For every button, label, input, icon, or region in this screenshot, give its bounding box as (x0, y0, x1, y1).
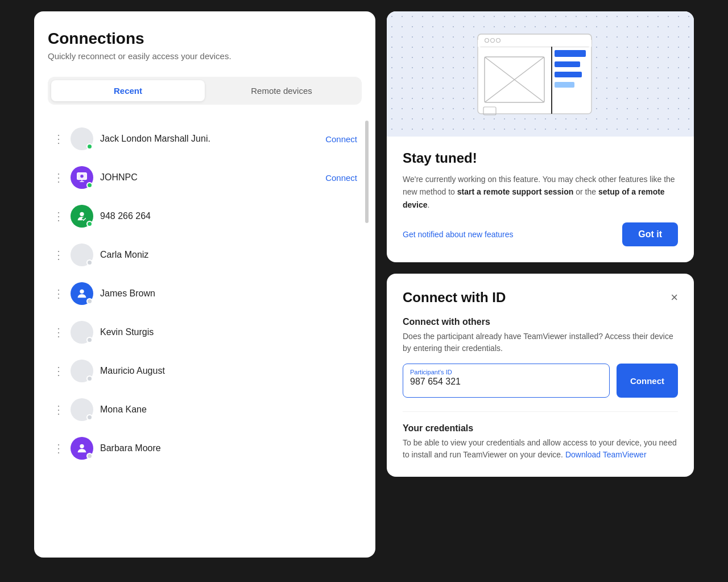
svg-point-4 (80, 175, 84, 178)
more-options-icon[interactable]: ⋮ (52, 287, 64, 300)
list-item[interactable]: ⋮ Jack London Marshall Juni. Connect (48, 121, 362, 157)
status-dot (86, 414, 93, 420)
stay-tuned-actions: Get notified about new features Got it (387, 222, 694, 246)
more-options-icon[interactable]: ⋮ (52, 364, 64, 378)
connection-name: Carla Moniz (100, 250, 357, 260)
panel-subtitle: Quickly reconnect or easily access your … (48, 51, 362, 61)
avatar (71, 437, 93, 460)
scrollbar[interactable] (365, 121, 369, 223)
list-item[interactable]: ⋮ JOHNPC Connect (48, 159, 362, 196)
list-item[interactable]: ⋮ 948 266 264 (48, 198, 362, 234)
svg-rect-19 (555, 50, 586, 57)
participant-id-value[interactable]: 987 654 321 (410, 377, 602, 387)
stay-tuned-card: Stay tuned! We're currently working on t… (387, 11, 694, 262)
connections-panel: Connections Quickly reconnect or easily … (34, 11, 375, 558)
connection-name: Barbara Moore (100, 443, 357, 453)
connect-others-title: Connect with others (403, 317, 678, 327)
participant-id-label: Participant's ID (410, 369, 602, 375)
more-options-icon[interactable]: ⋮ (52, 209, 64, 223)
list-item[interactable]: ⋮ Carla Moniz (48, 237, 362, 273)
status-dot (86, 221, 93, 227)
connect-id-header: Connect with ID × (403, 290, 678, 306)
status-dot (86, 143, 93, 150)
more-options-icon[interactable]: ⋮ (52, 248, 64, 262)
list-item[interactable]: ⋮ Kevin Sturgis (48, 314, 362, 350)
person-icon (76, 287, 88, 300)
more-options-icon[interactable]: ⋮ (52, 441, 64, 455)
participant-id-row: Participant's ID 987 654 321 Connect (403, 364, 678, 398)
status-dot (86, 337, 93, 343)
avatar (71, 205, 93, 228)
connection-name: Mauricio August (100, 366, 357, 376)
svg-point-7 (80, 290, 84, 294)
avatar (71, 398, 93, 421)
avatar (71, 243, 93, 266)
browser-mockup-illustration (449, 23, 631, 125)
illustration-area (387, 11, 694, 137)
connection-name: Jack London Marshall Juni. (100, 134, 318, 144)
tabs-container: Recent Remote devices (48, 77, 362, 105)
avatar (71, 360, 93, 382)
status-dot (86, 375, 93, 382)
avatar (71, 127, 93, 150)
connect-id-title: Connect with ID (403, 290, 506, 306)
connection-name: Kevin Sturgis (100, 327, 357, 337)
connect-button[interactable]: Connect (325, 134, 357, 144)
list-item[interactable]: ⋮ Mona Kane (48, 391, 362, 428)
got-it-button[interactable]: Got it (622, 222, 678, 246)
person-icon (76, 442, 88, 455)
connection-name: JOHNPC (100, 172, 318, 183)
card-body: Stay tuned! We're currently working on t… (387, 137, 694, 211)
connect-button[interactable]: Connect (325, 173, 357, 183)
status-dot (86, 298, 93, 304)
panel-title: Connections (48, 30, 362, 48)
svg-point-5 (80, 212, 84, 216)
status-dot (86, 453, 93, 459)
more-options-icon[interactable]: ⋮ (52, 403, 64, 416)
connect-others-desc: Does the participant already have TeamVi… (403, 331, 678, 354)
download-teamviewer-link[interactable]: Download TeamViewer (565, 450, 647, 459)
avatar (71, 282, 93, 305)
tab-remote-devices[interactable]: Remote devices (205, 80, 358, 101)
status-dot (86, 182, 93, 188)
avatar (71, 166, 93, 189)
divider (403, 411, 678, 412)
more-options-icon[interactable]: ⋮ (52, 171, 64, 184)
tab-recent[interactable]: Recent (51, 80, 205, 101)
stay-tuned-title: Stay tuned! (403, 150, 678, 166)
connection-name: Mona Kane (100, 404, 357, 415)
svg-rect-21 (555, 72, 582, 77)
list-item[interactable]: ⋮ James Brown (48, 275, 362, 312)
credentials-title: Your credentials (403, 423, 678, 434)
credentials-desc: To be able to view your credentials and … (403, 437, 678, 461)
stay-tuned-desc: We're currently working on this feature.… (403, 173, 678, 211)
notify-link[interactable]: Get notified about new features (403, 230, 514, 239)
participant-id-input-wrapper[interactable]: Participant's ID 987 654 321 (403, 364, 610, 398)
list-item[interactable]: ⋮ Mauricio August (48, 353, 362, 389)
right-panel: Stay tuned! We're currently working on t… (387, 11, 694, 477)
connect-with-id-card: Connect with ID × Connect with others Do… (387, 274, 694, 477)
person-icon (76, 210, 88, 222)
status-dot (86, 259, 93, 266)
connect-id-button[interactable]: Connect (617, 364, 678, 398)
close-button[interactable]: × (671, 291, 678, 304)
more-options-icon[interactable]: ⋮ (52, 325, 64, 339)
avatar (71, 321, 93, 344)
connections-list: ⋮ Jack London Marshall Juni. Connect ⋮ J… (48, 121, 362, 467)
list-item[interactable]: ⋮ Barbara Moore (48, 430, 362, 467)
more-options-icon[interactable]: ⋮ (52, 132, 64, 146)
svg-rect-20 (555, 61, 580, 67)
monitor-icon (76, 171, 88, 184)
svg-point-8 (80, 444, 84, 448)
svg-rect-22 (555, 82, 574, 88)
connection-name: 948 266 264 (100, 211, 357, 221)
connection-name: James Brown (100, 288, 357, 299)
